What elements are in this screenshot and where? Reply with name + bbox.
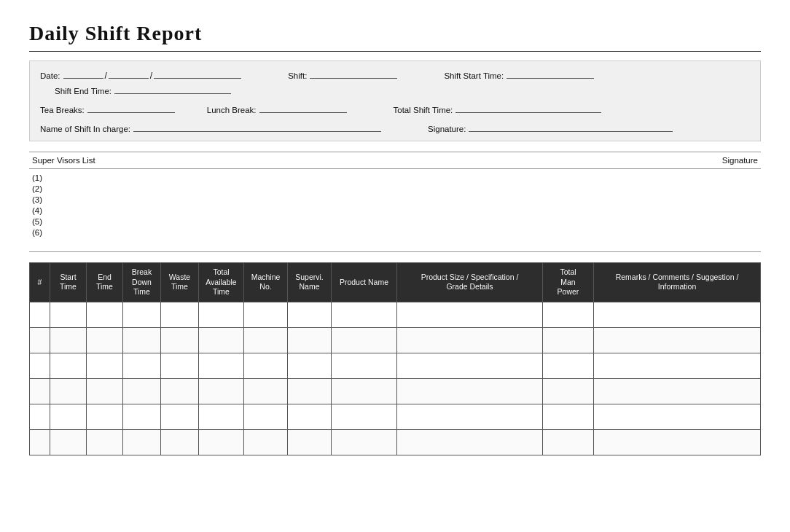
cell-spec[interactable] — [397, 378, 543, 404]
cell-remarks[interactable] — [594, 302, 761, 327]
cell-start[interactable] — [50, 404, 87, 429]
cell-remarks[interactable] — [594, 404, 761, 429]
cell-start[interactable] — [50, 378, 87, 404]
th-start-time: StartTime — [50, 263, 87, 302]
cell-manpower[interactable] — [543, 429, 594, 455]
cell-avail[interactable] — [199, 404, 244, 429]
shift-label: Shift: — [288, 71, 307, 80]
cell-supervi[interactable] — [288, 404, 332, 429]
cell-waste[interactable] — [161, 302, 199, 327]
cell-start[interactable] — [50, 302, 87, 327]
signature-label: Signature: — [428, 125, 466, 133]
date-month[interactable] — [109, 69, 149, 79]
cell-supervi[interactable] — [288, 302, 332, 327]
cell-product[interactable] — [332, 327, 397, 353]
cell-num[interactable] — [30, 327, 50, 353]
table-row — [30, 378, 761, 404]
cell-supervi[interactable] — [288, 327, 332, 353]
cell-machine[interactable] — [244, 327, 288, 353]
cell-supervi[interactable] — [288, 429, 332, 455]
cell-break[interactable] — [123, 429, 161, 455]
cell-break[interactable] — [123, 378, 161, 404]
cell-machine[interactable] — [244, 404, 288, 429]
list-item: (5) — [32, 217, 758, 226]
shift-end-input[interactable] — [114, 84, 231, 94]
date-input: / / — [63, 69, 242, 81]
cell-num[interactable] — [30, 302, 50, 327]
cell-avail[interactable] — [199, 353, 244, 378]
cell-avail[interactable] — [199, 429, 244, 455]
cell-end[interactable] — [87, 378, 123, 404]
shift-start-input[interactable] — [507, 69, 594, 79]
cell-end[interactable] — [87, 302, 123, 327]
shift-table: # StartTime EndTime BreakDownTime WasteT… — [29, 262, 761, 455]
name-input[interactable] — [133, 122, 381, 132]
cell-manpower[interactable] — [543, 378, 594, 404]
cell-waste[interactable] — [161, 327, 199, 353]
tea-breaks-input[interactable] — [87, 103, 175, 113]
cell-manpower[interactable] — [543, 353, 594, 378]
cell-num[interactable] — [30, 378, 50, 404]
cell-spec[interactable] — [397, 302, 543, 327]
lunch-break-input[interactable] — [259, 103, 347, 113]
cell-supervi[interactable] — [288, 378, 332, 404]
th-spec-grade: Product Size / Specification /Grade Deta… — [397, 263, 543, 302]
cell-spec[interactable] — [397, 429, 543, 455]
cell-machine[interactable] — [244, 353, 288, 378]
cell-num[interactable] — [30, 404, 50, 429]
cell-remarks[interactable] — [594, 429, 761, 455]
cell-manpower[interactable] — [543, 404, 594, 429]
th-machine-no: MachineNo. — [244, 263, 288, 302]
cell-end[interactable] — [87, 327, 123, 353]
cell-product[interactable] — [332, 429, 397, 455]
signature-input[interactable] — [469, 122, 673, 132]
cell-supervi[interactable] — [288, 353, 332, 378]
cell-waste[interactable] — [161, 353, 199, 378]
cell-spec[interactable] — [397, 353, 543, 378]
cell-end[interactable] — [87, 429, 123, 455]
cell-start[interactable] — [50, 353, 87, 378]
signature-field: Signature: — [428, 122, 673, 133]
cell-remarks[interactable] — [594, 378, 761, 404]
cell-spec[interactable] — [397, 327, 543, 353]
cell-remarks[interactable] — [594, 327, 761, 353]
cell-break[interactable] — [123, 353, 161, 378]
cell-product[interactable] — [332, 404, 397, 429]
cell-waste[interactable] — [161, 404, 199, 429]
supervisors-list-label: Super Visors List — [32, 156, 95, 165]
cell-break[interactable] — [123, 327, 161, 353]
date-year[interactable] — [154, 69, 241, 79]
list-item: (3) — [32, 195, 758, 204]
cell-product[interactable] — [332, 378, 397, 404]
cell-waste[interactable] — [161, 429, 199, 455]
cell-num[interactable] — [30, 429, 50, 455]
cell-end[interactable] — [87, 353, 123, 378]
cell-spec[interactable] — [397, 404, 543, 429]
cell-product[interactable] — [332, 353, 397, 378]
cell-start[interactable] — [50, 327, 87, 353]
supervisors-list: (1) (2) (3) (4) (5) (6) — [29, 169, 761, 241]
total-shift-label: Total Shift Time: — [394, 106, 453, 114]
cell-break[interactable] — [123, 404, 161, 429]
date-day[interactable] — [63, 69, 103, 79]
cell-avail[interactable] — [199, 302, 244, 327]
cell-manpower[interactable] — [543, 302, 594, 327]
cell-break[interactable] — [123, 302, 161, 327]
cell-machine[interactable] — [244, 429, 288, 455]
cell-start[interactable] — [50, 429, 87, 455]
th-total-man: TotalManPower — [543, 263, 594, 302]
cell-end[interactable] — [87, 404, 123, 429]
cell-machine[interactable] — [244, 378, 288, 404]
shift-input[interactable] — [310, 69, 397, 79]
cell-machine[interactable] — [244, 302, 288, 327]
form-section: Date: / / Shift: Shift Start Time: Shift… — [29, 60, 761, 141]
cell-waste[interactable] — [161, 378, 199, 404]
th-end-time: EndTime — [87, 263, 123, 302]
cell-product[interactable] — [332, 302, 397, 327]
cell-avail[interactable] — [199, 378, 244, 404]
cell-manpower[interactable] — [543, 327, 594, 353]
total-shift-input[interactable] — [455, 103, 601, 113]
cell-num[interactable] — [30, 353, 50, 378]
cell-avail[interactable] — [199, 327, 244, 353]
cell-remarks[interactable] — [594, 353, 761, 378]
